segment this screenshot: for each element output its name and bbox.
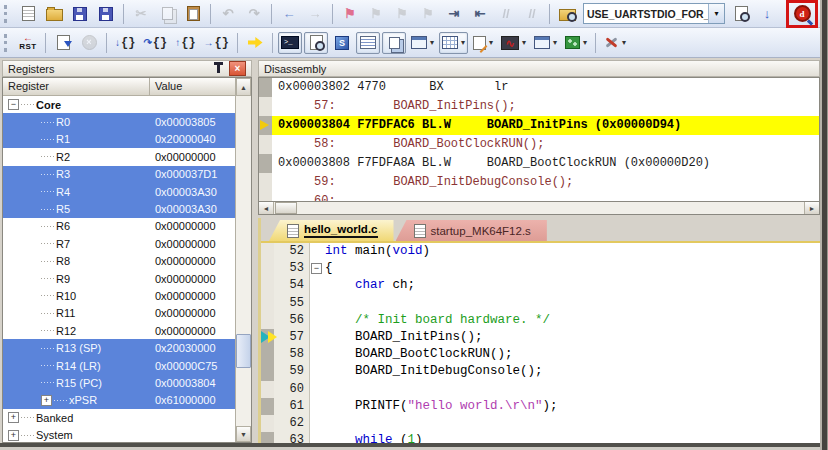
navigate-back-button[interactable]: ← (277, 3, 301, 25)
horizontal-splitter[interactable] (258, 215, 820, 218)
register-row[interactable]: R100x00000000 (3, 287, 235, 304)
disassembly-line[interactable]: 59: BOARD_InitDebugConsole(); (259, 173, 819, 192)
disassembly-line[interactable]: 0x00003802 4770 BX lr (259, 78, 819, 97)
registers-scrollbar[interactable]: ▲ ▼ (235, 78, 251, 442)
dropdown-arrow-icon[interactable]: ▾ (489, 38, 493, 47)
cut-button[interactable]: ✂ (129, 3, 153, 25)
code-line[interactable]: 58 BOARD_BootClockRUN(); (261, 346, 820, 363)
kill-all-breakpoints-button[interactable]: ⚑ (416, 3, 440, 25)
register-row[interactable]: R15 (PC)0x00003804 (3, 374, 235, 391)
register-row[interactable]: R90x00000000 (3, 270, 235, 287)
code-editor[interactable]: 52int main(void)53−{54 char ch;5556 /* I… (261, 243, 820, 443)
disassembly-line[interactable]: 0x00003808 F7FDFA8A BL.W BOARD_BootClock… (259, 154, 819, 173)
code-line[interactable]: 62 (261, 415, 820, 432)
toolbox-button[interactable]: ▾ (601, 32, 629, 54)
register-row[interactable]: R20x00000000 (3, 148, 235, 165)
incremental-find-button[interactable]: ↓ (755, 3, 779, 25)
save-button[interactable] (68, 3, 92, 25)
code-line[interactable]: 55 (261, 295, 820, 312)
register-row[interactable]: R14 (LR)0x00000C75 (3, 357, 235, 374)
register-row[interactable]: R30x000037D1 (3, 166, 235, 183)
disassembly-margin[interactable] (259, 78, 272, 97)
scrollbar-thumb[interactable] (275, 202, 297, 214)
code-line[interactable]: 52int main(void) (261, 243, 820, 260)
code-line[interactable]: 63 while (1) (261, 432, 820, 443)
disassembly-line[interactable]: 57: BOARD_InitPins(); (259, 97, 819, 116)
analysis-windows-button[interactable]: ∿▾ (498, 32, 529, 54)
dropdown-arrow-icon[interactable]: ▾ (553, 38, 557, 47)
show-next-statement-button[interactable] (243, 32, 267, 54)
breakpoint-margin[interactable] (261, 260, 274, 277)
memory-windows-button[interactable]: ▾ (439, 32, 468, 54)
code-line[interactable]: 53−{ (261, 260, 820, 277)
new-file-button[interactable] (16, 3, 40, 25)
scrollbar-track[interactable] (236, 96, 251, 426)
code-line[interactable]: 57 BOARD_InitPins(); (261, 329, 820, 346)
dropdown-arrow-icon[interactable]: ▾ (461, 38, 465, 47)
toolbar-grip[interactable] (4, 5, 12, 23)
code-line[interactable]: 56 /* Init board hardware. */ (261, 312, 820, 329)
breakpoint-margin[interactable] (261, 295, 274, 312)
run-to-cursor-button[interactable]: →{} (201, 32, 232, 54)
save-all-button[interactable] (94, 3, 118, 25)
close-button[interactable]: × (229, 61, 246, 76)
comment-button[interactable]: // (494, 3, 518, 25)
code-line[interactable]: 54 char ch; (261, 277, 820, 294)
uncomment-button[interactable]: // (520, 3, 544, 25)
disassembly-margin[interactable] (259, 173, 272, 192)
search-combo[interactable]: USE_UARTSTDIO_FOR_EF▾ (583, 3, 725, 24)
register-row[interactable]: +xPSR0x61000000 (3, 392, 235, 409)
dropdown-arrow-icon[interactable]: ▾ (522, 38, 526, 47)
dropdown-arrow-icon[interactable]: ▾ (430, 38, 434, 47)
toolbar-grip[interactable] (4, 34, 12, 52)
insert-breakpoint-button[interactable]: ⚑ (338, 3, 362, 25)
vertical-splitter[interactable] (252, 58, 258, 443)
open-file-button[interactable] (42, 3, 66, 25)
register-row[interactable]: R40x00003A30 (3, 183, 235, 200)
disassembly-window-button[interactable] (304, 32, 328, 54)
scroll-down-button[interactable]: ▼ (236, 426, 251, 442)
expand-plus-box[interactable]: + (8, 412, 19, 423)
find-next-button[interactable] (729, 3, 753, 25)
breakpoint-margin[interactable] (261, 381, 274, 398)
register-row[interactable]: R60x00000000 (3, 218, 235, 235)
paste-button[interactable] (181, 3, 205, 25)
disassembly-line[interactable]: 0x00003804 F7FDFAC6 BL.W BOARD_InitPins … (259, 116, 819, 135)
register-row[interactable]: R10x20000040 (3, 131, 235, 148)
start-stop-debug-button[interactable]: d (790, 3, 814, 25)
registers-window-button[interactable] (356, 32, 380, 54)
register-row[interactable]: R13 (SP)0x20030000 (3, 339, 235, 356)
combo-dropdown-button[interactable]: ▾ (708, 4, 724, 23)
disassembly-line[interactable]: 58: BOARD_BootClockRUN(); (259, 135, 819, 154)
disassembly-margin[interactable] (259, 135, 272, 154)
call-stack-window-button[interactable] (382, 32, 406, 54)
register-row[interactable]: +Banked (3, 409, 235, 426)
step-out-button[interactable]: ↑{} (172, 32, 198, 54)
register-row[interactable]: R110x00000000 (3, 305, 235, 322)
register-row[interactable]: R70x00000000 (3, 235, 235, 252)
copy-button[interactable] (155, 3, 179, 25)
stop-button[interactable]: × (77, 32, 101, 54)
scrollbar-thumb[interactable] (236, 334, 251, 368)
code-line[interactable]: 61 PRINTF("hello world.\r\n"); (261, 398, 820, 415)
command-window-button[interactable]: >_ (278, 32, 302, 54)
pin-icon[interactable] (217, 65, 220, 73)
navigate-forward-button[interactable]: → (303, 3, 327, 25)
disassembly-margin[interactable] (259, 192, 272, 201)
breakpoint-margin[interactable] (261, 363, 274, 380)
scroll-up-button[interactable]: ▲ (236, 78, 251, 96)
redo-button[interactable]: ↷ (242, 3, 266, 25)
disable-all-breakpoints-button[interactable]: ⚑ (390, 3, 414, 25)
register-row[interactable]: −Core (3, 96, 235, 113)
dropdown-arrow-icon[interactable]: ▾ (622, 38, 626, 47)
register-row[interactable]: +System (3, 426, 235, 442)
disassembly-hscrollbar[interactable]: ◄ ► (258, 201, 820, 215)
dropdown-arrow-icon[interactable]: ▾ (583, 38, 587, 47)
step-into-button[interactable]: ↓{} (112, 32, 138, 54)
breakpoint-margin[interactable] (261, 398, 274, 415)
value-column-header[interactable]: Value (150, 78, 235, 96)
indent-button[interactable]: ⇥ (442, 3, 466, 25)
watch-windows-button[interactable]: ▾ (408, 32, 437, 54)
find-in-files-button[interactable] (555, 3, 579, 25)
unindent-button[interactable]: ⇤ (468, 3, 492, 25)
